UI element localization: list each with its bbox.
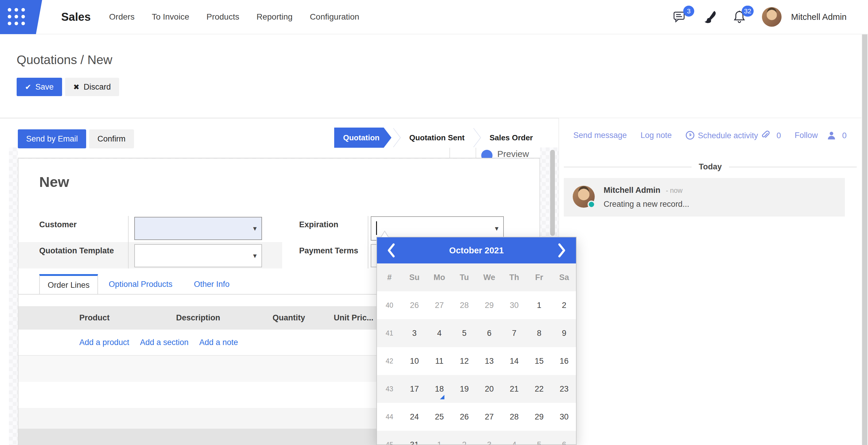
stage-statusbar: QuotationQuotation SentSales Order [334, 128, 540, 148]
save-button[interactable]: ✔ Save [17, 78, 62, 96]
day-cell-13[interactable]: 13 [477, 347, 502, 375]
send-message-link[interactable]: Send message [573, 131, 627, 140]
day-cell-27[interactable]: 27 [427, 291, 452, 319]
page-scrollbar[interactable] [862, 0, 868, 445]
schedule-activity-link[interactable]: Schedule activity [685, 131, 758, 140]
month-year-label[interactable]: October 2021 [405, 246, 548, 255]
day-cell-26[interactable]: 26 [402, 291, 427, 319]
add-a-product-link[interactable]: Add a product [79, 338, 129, 347]
menu-item-configuration[interactable]: Configuration [310, 12, 360, 22]
notifications-button[interactable]: 32 [732, 10, 746, 24]
statusbar-buttons: Send by Email Confirm [18, 129, 134, 148]
day-cell-31[interactable]: 31 [402, 431, 427, 445]
day-cell-22[interactable]: 22 [527, 375, 552, 403]
day-cell-6[interactable]: 6 [552, 431, 577, 445]
day-cell-14[interactable]: 14 [502, 347, 527, 375]
day-cell-3[interactable]: 3 [477, 431, 502, 445]
day-cell-17[interactable]: 17 [402, 375, 427, 403]
day-cell-21[interactable]: 21 [502, 375, 527, 403]
apps-menu-button[interactable] [0, 0, 44, 34]
quotation-template-input[interactable]: ▾ [134, 244, 262, 267]
day-cell-8[interactable]: 8 [527, 319, 552, 347]
day-cell-1[interactable]: 1 [427, 431, 452, 445]
calendar-grid: 4026272829301241345678942101112131415164… [377, 291, 576, 445]
day-cell-4[interactable]: 4 [502, 431, 527, 445]
day-cell-7[interactable]: 7 [502, 319, 527, 347]
sales-app-screen: Sales OrdersTo InvoiceProductsReportingC… [0, 0, 868, 445]
day-cell-6[interactable]: 6 [477, 319, 502, 347]
day-cell-10[interactable]: 10 [402, 347, 427, 375]
menu-item-to-invoice[interactable]: To Invoice [152, 12, 189, 22]
user-name[interactable]: Mitchell Admin [791, 12, 847, 22]
attachments-button[interactable]: 0 [761, 131, 781, 140]
discard-button[interactable]: ✖ Discard [65, 78, 119, 96]
customer-input[interactable]: ▾ [134, 217, 262, 240]
add-a-section-link[interactable]: Add a section [140, 338, 189, 347]
week-number: 43 [377, 385, 402, 393]
next-month-button[interactable] [548, 237, 576, 264]
day-cell-30[interactable]: 30 [502, 291, 527, 319]
weekday-header-row: #SuMoTuWeThFrSa [377, 264, 576, 291]
calendar-week-row: 40262728293012 [377, 291, 576, 319]
tab-optional-products[interactable]: Optional Products [98, 274, 183, 295]
preview-eye-icon[interactable] [481, 150, 493, 159]
menu-item-reporting[interactable]: Reporting [256, 12, 292, 22]
field-separator [128, 216, 129, 269]
messages-button[interactable]: 3 [673, 10, 687, 24]
day-cell-24[interactable]: 24 [402, 403, 427, 431]
day-cell-3[interactable]: 3 [402, 319, 427, 347]
tab-other-info[interactable]: Other Info [183, 274, 240, 295]
day-cell-28[interactable]: 28 [502, 403, 527, 431]
day-cell-30[interactable]: 30 [552, 403, 577, 431]
day-cell-15[interactable]: 15 [527, 347, 552, 375]
week-number: 40 [377, 301, 402, 309]
log-note-link[interactable]: Log note [641, 131, 672, 140]
caret-down-icon: ▾ [495, 224, 498, 233]
day-cell-19[interactable]: 19 [452, 375, 477, 403]
form-scrollbar[interactable] [550, 150, 555, 236]
add-a-note-link[interactable]: Add a note [199, 338, 238, 347]
menu-item-orders[interactable]: Orders [109, 12, 134, 22]
send-by-email-button[interactable]: Send by Email [18, 129, 86, 148]
theme-brush-button[interactable] [703, 10, 717, 24]
confirm-button[interactable]: Confirm [89, 129, 134, 148]
day-cell-23[interactable]: 23 [552, 375, 577, 403]
stage-quotation-sent[interactable]: Quotation Sent [402, 128, 472, 148]
stage-quotation[interactable]: Quotation [334, 128, 392, 148]
apps-grid-icon [8, 8, 26, 26]
day-cell-5[interactable]: 5 [452, 319, 477, 347]
day-cell-5[interactable]: 5 [527, 431, 552, 445]
day-cell-9[interactable]: 9 [552, 319, 577, 347]
message-author[interactable]: Mitchell Admin [603, 186, 660, 195]
day-cell-20[interactable]: 20 [477, 375, 502, 403]
weekday-We: We [477, 273, 502, 282]
day-cell-25[interactable]: 25 [427, 403, 452, 431]
user-avatar[interactable] [762, 7, 781, 27]
day-cell-27[interactable]: 27 [477, 403, 502, 431]
day-cell-2[interactable]: 2 [552, 291, 577, 319]
day-cell-28[interactable]: 28 [452, 291, 477, 319]
app-name[interactable]: Sales [61, 11, 91, 24]
day-cell-4[interactable]: 4 [427, 319, 452, 347]
day-cell-29[interactable]: 29 [527, 403, 552, 431]
day-cell-12[interactable]: 12 [452, 347, 477, 375]
preview-label[interactable]: Preview [497, 149, 529, 159]
day-cell-11[interactable]: 11 [427, 347, 452, 375]
day-cell-16[interactable]: 16 [552, 347, 577, 375]
prev-month-button[interactable] [377, 237, 405, 264]
today-divider: Today [559, 162, 862, 171]
day-cell-26[interactable]: 26 [452, 403, 477, 431]
stage-sales-order[interactable]: Sales Order [483, 128, 540, 148]
breadcrumb[interactable]: Quotations / New [17, 53, 112, 67]
follow-button[interactable]: Follow [795, 131, 818, 140]
tab-order-lines[interactable]: Order Lines [39, 274, 98, 295]
caret-down-icon: ▾ [253, 251, 257, 260]
followers-button[interactable]: 0 [827, 131, 847, 140]
day-cell-29[interactable]: 29 [477, 291, 502, 319]
day-cell-1[interactable]: 1 [527, 291, 552, 319]
x-icon: ✖ [73, 83, 80, 91]
topbar-right: 3 32 Mitchell Admin [673, 7, 847, 27]
day-cell-2[interactable]: 2 [452, 431, 477, 445]
menu-item-products[interactable]: Products [207, 12, 240, 22]
day-cell-18[interactable]: 18 [427, 375, 452, 403]
